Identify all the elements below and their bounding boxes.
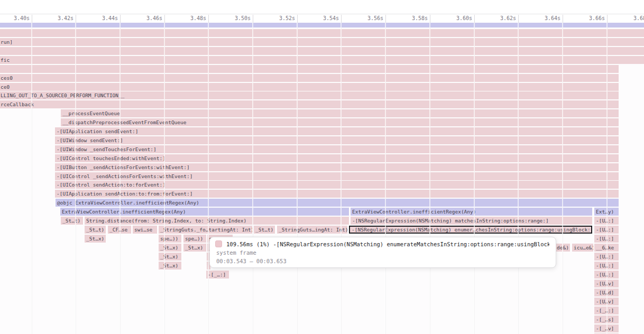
flame-bar[interactable] xyxy=(0,29,644,37)
flame-bar[interactable]: String.distance(from: String.Index, to: … xyxy=(85,217,349,225)
flame-bar[interactable]: _StringGuts._fo…tartingAt: Int) xyxy=(159,226,252,234)
flame-bar[interactable]: _St…t) xyxy=(85,226,106,234)
flame-bars-layer: run]ficces0ce0LLING_OUT_TO_A_SOURCE0_PER… xyxy=(0,0,644,334)
flame-bar[interactable]: -[UIWindow sendEvent:] xyxy=(55,136,619,144)
flame-bar[interactable]: LLING_OUT_TO_A_SOURCE0_PERFORM_FUNCTION_… xyxy=(0,91,619,99)
flame-bar[interactable]: swi…se xyxy=(133,226,157,234)
gridline-overlay xyxy=(518,23,519,334)
flame-bar[interactable]: rceCallback xyxy=(0,100,619,108)
flame-bar[interactable] xyxy=(0,65,619,73)
gridline-overlay xyxy=(164,23,165,334)
flame-bar[interactable]: icu…e&) xyxy=(572,244,593,252)
flame-bar[interactable]: _StringGuts…ingAt: Int) xyxy=(277,226,347,234)
gridline-overlay xyxy=(385,23,386,334)
flame-bar[interactable]: _St…x) xyxy=(159,244,181,252)
category-swatch-icon xyxy=(215,240,222,247)
flame-bar[interactable]: _St…x) xyxy=(85,235,106,243)
gridline-overlay xyxy=(429,23,430,334)
gridline-overlay xyxy=(31,23,32,334)
gridline-overlay xyxy=(606,23,608,334)
flame-bar[interactable]: -[UIApplication sendEvent:] xyxy=(55,127,619,135)
flame-bar[interactable]: -[UIControl touchesEnded:withEvent:] xyxy=(55,154,619,162)
flame-bar[interactable]: _St…x) xyxy=(159,253,181,261)
tooltip-subtitle: system frame xyxy=(215,249,549,256)
gridline-overlay xyxy=(119,23,121,334)
flame-chart: 3.40s3.42s3.44s3.46s3.48s3.50s3.52s3.54s… xyxy=(0,0,644,334)
flame-bar[interactable]: -[UIApplication sendAction:to:from:forEv… xyxy=(55,190,619,198)
flame-bar[interactable]: ExtraViewController.inefficientRegex(Any… xyxy=(351,208,592,216)
flame-bar[interactable]: -[NSRegularExpression(NSMatching) matche… xyxy=(351,217,592,225)
flame-bar[interactable]: ExtraViewController.inefficientRegex(Any… xyxy=(60,208,349,216)
gridline-overlay xyxy=(208,23,209,334)
flame-bar[interactable]: _St…x) xyxy=(159,262,181,270)
flame-bar[interactable]: -[UIWindow _sendTouchesForEvent:] xyxy=(55,145,619,153)
flame-bar[interactable]: -[_…:] xyxy=(206,271,229,279)
gridline-overlay xyxy=(75,23,76,334)
tooltip-time-range: 00:03.543 — 00:03.653 xyxy=(215,258,549,264)
tooltip-title: 109.56ms (1%) -[NSRegularExpression(NSMa… xyxy=(226,241,549,247)
flame-bar[interactable]: -[UIControl sendAction:to:forEvent:] xyxy=(55,181,619,189)
gridline-overlay xyxy=(252,23,253,334)
flame-bar[interactable]: _St…x) xyxy=(183,244,206,252)
flame-bar[interactable] xyxy=(0,47,644,55)
flame-bar[interactable]: _St…t) xyxy=(61,217,83,225)
flame-bar[interactable]: spe…)) xyxy=(183,235,206,243)
tooltip: 109.56ms (1%) -[NSRegularExpression(NSMa… xyxy=(209,237,556,268)
flame-bar[interactable]: __processEventQueue xyxy=(61,109,619,117)
flame-bar[interactable]: -[UIControl _sendActionsForEvents:withEv… xyxy=(55,172,619,180)
flame-bar[interactable]: spe…)) xyxy=(159,235,181,243)
flame-bar[interactable]: ces0 xyxy=(0,74,619,82)
flame-bar[interactable]: __dispatchPreprocessedEventFromEventQueu… xyxy=(61,118,619,126)
flame-bar[interactable]: @objc ExtraViewController.inefficientReg… xyxy=(56,199,619,207)
flame-bar[interactable]: ce0 xyxy=(0,83,619,91)
gridline-overlay xyxy=(474,23,475,334)
flame-bar[interactable]: fic xyxy=(0,56,644,64)
flame-bar[interactable]: -[UIButton _sendActionsForEvents:withEve… xyxy=(55,163,619,171)
flame-bar[interactable]: _St…t) xyxy=(254,226,275,234)
flame-bar[interactable]: run] xyxy=(0,38,644,46)
tooltip-title-row: 109.56ms (1%) -[NSRegularExpression(NSMa… xyxy=(215,240,549,247)
gridline-overlay xyxy=(562,23,563,334)
gridline-overlay xyxy=(341,23,342,334)
flame-bar[interactable] xyxy=(0,23,644,27)
gridline-overlay xyxy=(297,23,298,334)
